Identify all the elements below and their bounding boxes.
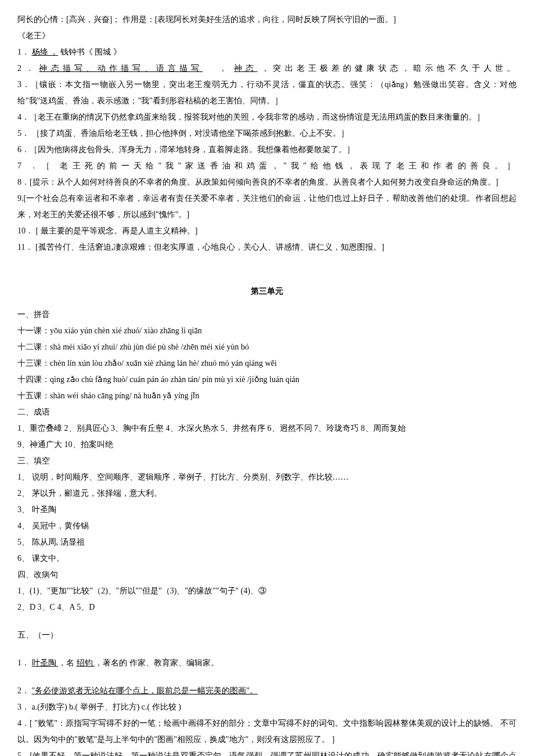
l3-author: 杨绛 ， [32,48,59,56]
l4-prefix: 2 ． [17,64,39,73]
top-l12: 10． [ 最主要的是平等观念。再是人道主义精神。] [17,223,517,239]
l4-c: ， [219,64,230,73]
l3-rest: 钱钟书《 围城 》 [60,48,121,56]
s5-l4: 4．[ "败笔"：原指写字写得不好的一笔；绘画中画得不好的部分；文章中写得不好的… [17,715,517,748]
s1-l14: 十四课：qìng zǎo chù fǎng huò/ cuán pán áo z… [17,372,517,388]
s4-l2: 2、D 3、C 4、A 5、D [17,599,517,615]
s5-l1c: ，名 [58,658,74,667]
top-l7: 5． ［接了鸡蛋、香油后给老王钱，担心他摔倒，对没请他坐下喝茶感到抱歉。心上不安… [17,125,517,142]
top-l9: 7 ．［ 老王死的前一天给"我"家送香油和鸡蛋，"我"给他钱，表现了老王和作者的… [17,158,517,174]
top-l6: 4．［老王在重病的情况下仍然拿鸡蛋来给我，报答我对他的关照，令我非常的感动，而这… [17,109,517,125]
s3-title: 三、填空 [17,453,517,469]
l4-u1: 神态描写、动作描写、语言描写 [39,64,203,73]
s2-l2: 9、神通广大 10、拍案叫绝 [17,437,517,453]
s5-l2b: "务必使游览者无论站在哪个点上，眼前总是一幅完美的图画"。 [32,686,258,695]
s2-l1: 1、重峦叠嶂 2、别具匠心 3、胸中有丘壑 4、水深火热水 5、井然有序 6、迥… [17,420,517,437]
s4-title: 四、改病句 [17,567,517,583]
s5-l1e: ，著名的 作家、教育家、编辑家。 [95,658,219,667]
s1-l15: 十五课：shàn wéi sháo cāng píng/ nà huǎn yǎ … [17,388,517,404]
s3-l3: 3、 叶圣陶 [17,502,517,518]
top-l5: 3．［镶嵌：本文指一物嵌入另一物里，突出老王瘦弱无力，行动不灵活，僵直的状态。强… [17,77,517,109]
s1-l12: 十二课：shà mèi xiāo yí zhuì/ zhù jùn dié pù… [17,339,517,355]
top-l13: 11． [孤苦伶仃、生活窘迫,凄凉艰难；但老实厚道，心地良心，关心人、讲感情、讲… [17,239,517,255]
l3-prefix: 1． [17,48,30,56]
s1-l11: 十一课：yōu xiáo yún chèn xié zhuó/ xiào zhā… [17,323,517,339]
l4-e: ，突出老王极差的健康状态，暗示他不久于人世。 [261,64,517,73]
top-l11: 9.[一个社会总有幸运者和不幸者，幸运者有责任关爱不幸者，关注他们的命运，让他们… [17,190,517,223]
top-l3: 1． 杨绛 ， 钱钟书《 围城 》 [17,44,517,60]
top-l10: 8．[提示：从个人如何对待善良的不幸者的角度。从政策如何倾向善良的不幸者的角度。… [17,174,517,190]
s5-l3: 3． a.(列数字) b.( 举例子、打比方) c.( 作比较 ) [17,699,517,715]
s5-title: 五、（一） [17,627,517,643]
s5-l1a: 1． [17,658,30,667]
s3-l6: 6、 课文中。 [17,550,517,567]
s5-l2a: 2． [17,686,30,695]
s5-l1d: 绍钧 [77,658,95,667]
s1-l13: 十三课：chèn lín xún lòu zhǎo/ xuān xiè zhàn… [17,355,517,372]
top-l4: 2 ． 神态描写、动作描写、语言描写 ， 神态 ，突出老王极差的健康状态，暗示他… [17,60,517,77]
s3-l2: 2、 茅以升，郦道元，张择端，意大利。 [17,485,517,502]
l4-u2: 神态 [234,64,257,73]
s5-l2: 2． "务必使游览者无论站在哪个点上，眼前总是一幅完美的图画"。 [17,683,517,699]
s5-l1: 1． 叶圣陶 ，名 绍钧 ，著名的 作家、教育家、编辑家。 [17,655,517,671]
s3-l1: 1、 说明，时间顺序、空间顺序、逻辑顺序，举例子、打比方、分类别、列数字、作比较… [17,469,517,485]
top-l1: 阿长的心情：[高兴，兴奋]； 作用是：[表现阿长对美好生活的追求，向往，同时反映… [17,12,517,28]
unit3-title: 第三单元 [17,283,517,300]
s2-title: 二、成语 [17,404,517,420]
s3-l5: 5、 陈从周, 汤显祖 [17,534,517,550]
s5-l5: 5．[效果不好。第一种说法好。第一种说法是双重否定句，语气强烈，强调了苏州园林设… [17,748,517,756]
s5-l1b: 叶圣陶 [32,658,59,667]
s4-l1: 1、(1)、"更加""比较"（2)、"所以""但是"（3)、"的缘故""句子" … [17,583,517,599]
s1-title: 一、拼音 [17,307,517,323]
s3-l4: 4、 吴冠中，黄传锡 [17,518,517,534]
top-l2: 《老王》 [17,28,517,44]
top-l8: 6．［因为他病得皮包骨头、浑身无力，滞笨地转身，直着脚走路。我想像着他都要散架了… [17,142,517,158]
